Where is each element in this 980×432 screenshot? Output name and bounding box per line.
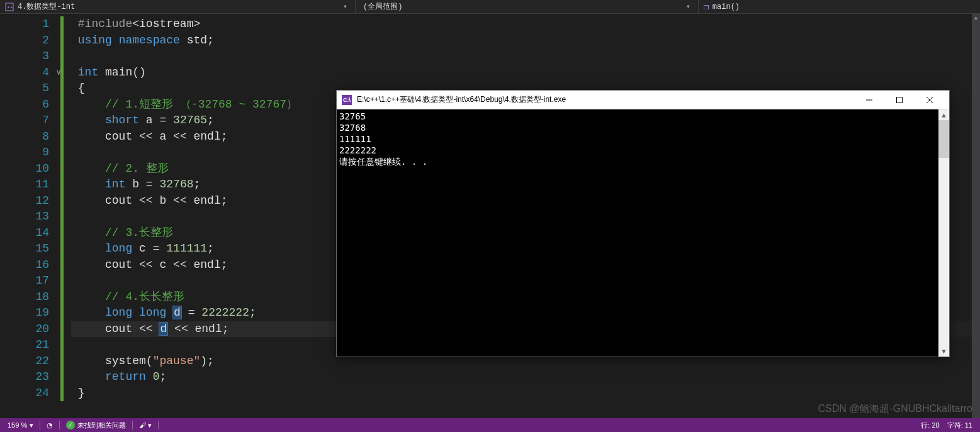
scope-selector[interactable]: (全局范围) ▾ <box>356 0 699 13</box>
scope-label: (全局范围) <box>363 1 402 12</box>
line-number: 11 <box>0 177 49 193</box>
console-output[interactable]: 32765 32768 111111 2222222 请按任意键继续. . . … <box>337 109 949 357</box>
line-number: 2 <box>0 33 49 49</box>
line-number: 12 <box>0 193 49 209</box>
separator <box>59 421 60 429</box>
line-number: 7 <box>0 113 49 129</box>
line-number: 24 <box>0 385 49 402</box>
line-number: 8 <box>0 129 49 145</box>
separator <box>40 421 40 429</box>
code-line[interactable]: return 0; <box>71 369 980 385</box>
line-number: 10 <box>0 161 49 177</box>
line-number: 4 <box>0 65 49 81</box>
fold-icon[interactable]: ∨ <box>56 65 61 81</box>
scope-dropdown-icon[interactable]: ▾ <box>686 2 690 11</box>
line-number: 13 <box>0 209 49 225</box>
console-line: 32768 <box>339 122 947 133</box>
code-line[interactable]: } <box>71 385 980 402</box>
vertical-scrollbar[interactable]: ▲ <box>972 14 980 418</box>
line-number: 22 <box>0 353 49 370</box>
line-number: 21 <box>0 337 49 353</box>
line-number: 20 <box>0 321 49 338</box>
highlighted-var: d <box>172 306 182 319</box>
line-indicator[interactable]: 行: 20 <box>917 421 943 430</box>
window-controls <box>855 91 944 109</box>
brush-icon[interactable]: 🖌 ▾ <box>135 418 155 432</box>
line-number: 19 <box>0 305 49 321</box>
line-number: 16 <box>0 257 49 274</box>
zoom-level[interactable]: 159 % ▾ <box>4 418 37 432</box>
tab-title: 4.数据类型-int <box>18 1 75 12</box>
close-button[interactable] <box>915 91 944 109</box>
scroll-up-icon[interactable]: ▲ <box>938 109 949 120</box>
scroll-thumb[interactable] <box>938 120 949 158</box>
maximize-button[interactable] <box>885 91 914 109</box>
function-selector[interactable]: ❒ main() <box>699 0 745 13</box>
separator <box>132 421 133 429</box>
separator <box>158 421 159 429</box>
method-icon: ❒ <box>704 2 709 12</box>
minimize-button[interactable] <box>855 91 884 109</box>
console-title: E:\c++\1.c++基础\4.数据类型-int\x64\Debug\4.数据… <box>357 94 566 105</box>
console-line: 32765 <box>339 111 947 122</box>
code-line[interactable]: using namespace std; <box>71 33 980 49</box>
scroll-up-icon[interactable]: ▲ <box>972 14 980 22</box>
cpp-file-icon: ++ <box>5 3 14 11</box>
highlighted-var: d <box>159 322 168 336</box>
console-titlebar[interactable]: C:\ E:\c++\1.c++基础\4.数据类型-int\x64\Debug\… <box>337 91 949 109</box>
line-number: 5 <box>0 80 49 97</box>
tab-dropdown-icon[interactable]: ▾ <box>341 2 350 11</box>
file-tab[interactable]: ++ 4.数据类型-int ▾ <box>0 0 356 13</box>
svg-rect-3 <box>897 97 903 102</box>
line-number: 3 <box>0 48 49 65</box>
console-line: 111111 <box>339 133 947 145</box>
column-indicator[interactable]: 字符: 11 <box>943 421 976 430</box>
line-number: 9 <box>0 145 49 161</box>
line-number: 17 <box>0 273 49 289</box>
console-window: C:\ E:\c++\1.c++基础\4.数据类型-int\x64\Debug\… <box>336 90 950 357</box>
svg-text:++: ++ <box>7 4 13 10</box>
line-number: 14 <box>0 225 49 241</box>
line-number: 15 <box>0 241 49 257</box>
line-number: 1 <box>0 16 49 33</box>
line-number: 18 <box>0 289 49 306</box>
status-bar: 159 % ▾ ◔ ✓ 未找到相关问题 🖌 ▾ 行: 20 字符: 11 <box>0 418 980 432</box>
line-number-gutter: 1 2 3 4 5 6 7 8 9 10 11 12 13 14 15 16 1… <box>0 14 60 418</box>
console-line: 2222222 <box>339 145 947 156</box>
console-line: 请按任意键继续. . . <box>339 156 947 167</box>
scroll-down-icon[interactable]: ▼ <box>938 346 949 357</box>
check-icon: ✓ <box>66 421 75 429</box>
issues-status[interactable]: ✓ 未找到相关问题 <box>62 418 130 432</box>
console-scrollbar[interactable]: ▲ ▼ <box>938 109 949 357</box>
console-app-icon: C:\ <box>342 95 352 105</box>
code-line[interactable] <box>71 48 980 65</box>
feedback-icon[interactable]: ◔ <box>43 418 57 432</box>
line-number: 6 <box>0 97 49 113</box>
top-bar: ++ 4.数据类型-int ▾ (全局范围) ▾ ❒ main() <box>0 0 980 14</box>
line-number: 23 <box>0 369 49 385</box>
code-line[interactable]: #include<iostream> <box>71 16 980 33</box>
code-line[interactable]: ∨ int main() <box>71 65 980 81</box>
function-label: main() <box>712 3 740 11</box>
